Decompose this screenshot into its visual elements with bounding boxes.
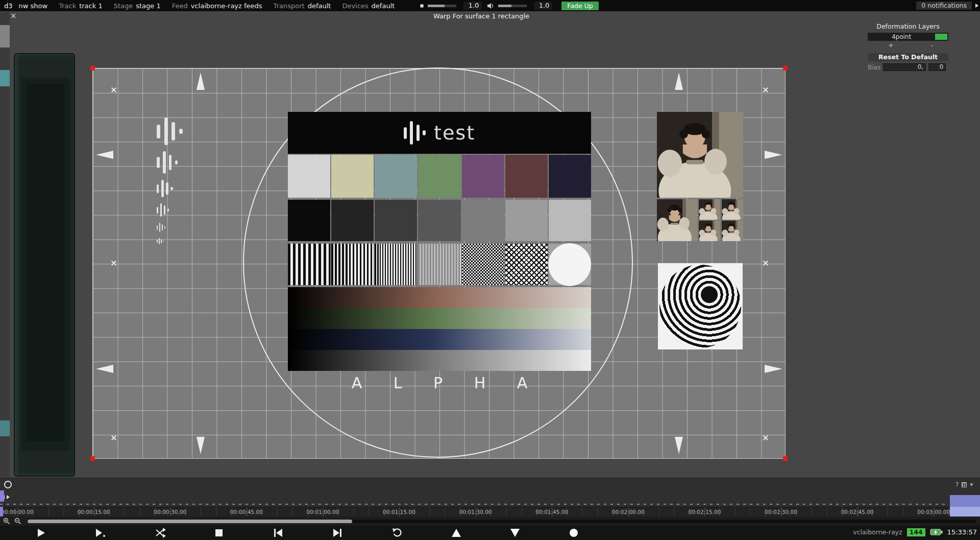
timeline-ruler[interactable]: 00:00:00.0000:00:15.0000:00:30.0000:00:4… [0, 507, 980, 516]
warp-point-cross-icon[interactable] [763, 435, 769, 441]
volume-slider[interactable] [498, 5, 527, 7]
reset-to-default-button[interactable]: Reset To Default [868, 53, 948, 61]
corner-handle-top-left[interactable] [90, 66, 95, 71]
corner-handle-bottom-left[interactable] [90, 456, 95, 461]
volume-value[interactable]: 1.0 [534, 2, 552, 10]
zoom-in-icon[interactable] [3, 518, 10, 525]
menu-transport-value[interactable]: default [308, 2, 331, 10]
menu-stage-value[interactable]: stage 1 [136, 2, 161, 10]
menu-show[interactable]: nw show [19, 2, 48, 10]
gradient-row-0 [288, 287, 591, 308]
gray-swatch-0 [288, 200, 330, 241]
warp-point-cross-icon[interactable] [763, 260, 769, 266]
op-art-torus-image [658, 263, 743, 349]
previous-section-button[interactable] [272, 527, 285, 539]
warp-point-cross-icon[interactable] [763, 87, 769, 93]
portrait-image-large [657, 112, 743, 198]
warp-arrow-left-icon[interactable] [96, 365, 113, 373]
menu-stage-label[interactable]: Stage [114, 2, 133, 10]
pattern-stripes-fine [375, 244, 417, 285]
play-from-cue-button[interactable] [93, 527, 107, 539]
bias-x-field[interactable]: 0, [883, 63, 926, 71]
layer-active-indicator[interactable] [935, 34, 947, 40]
fade-down-transport-button[interactable] [508, 527, 522, 539]
warp-arrow-right-icon[interactable] [765, 151, 782, 159]
layer-row-4point[interactable]: 4point [868, 33, 948, 41]
corner-handle-top-right[interactable] [783, 66, 788, 71]
menu-track-value[interactable]: track 1 [79, 2, 103, 10]
dropdown-arrow-icon[interactable]: ▾ [970, 481, 973, 488]
clock: 15:33:57 [947, 528, 977, 536]
timeline-tick-label: 00:01:45.00 [535, 509, 568, 515]
warp-surface-canvas[interactable]: test A L P H A [92, 68, 786, 459]
close-icon[interactable]: × [10, 11, 17, 20]
background-feed-window[interactable] [14, 53, 75, 477]
timeline-tick-label: 00:00:15.00 [78, 509, 110, 515]
menu-feed-value[interactable]: vclaiborne-rayz feeds [191, 2, 262, 10]
brightness-value[interactable]: 1.0 [463, 2, 482, 10]
zoom-out-icon[interactable] [14, 518, 21, 525]
panel-expand-icon[interactable] [975, 4, 978, 8]
dock-segment-teal-bottom[interactable] [0, 420, 10, 436]
brightness-slider[interactable] [428, 5, 456, 7]
warp-arrow-right-icon[interactable] [765, 365, 782, 373]
app-logo[interactable]: d3 [0, 2, 19, 10]
timeline-scrollbar-thumb[interactable] [28, 520, 352, 523]
notifications-badge[interactable]: 0 notifications [916, 2, 972, 10]
fade-up-button[interactable]: Fade Up [561, 2, 598, 10]
play-button[interactable] [34, 527, 47, 539]
timeline-scrollbar-track[interactable] [27, 520, 976, 523]
menu-devices-value[interactable]: default [372, 2, 395, 10]
deformation-panel-title: Deformation Layers [868, 22, 948, 30]
warp-arrow-down-icon[interactable] [197, 437, 205, 454]
warp-point-cross-icon[interactable] [111, 260, 117, 266]
timeline-tick-label: 00:01:15.00 [383, 509, 415, 515]
menu-feed-label[interactable]: Feed [172, 2, 188, 10]
record-button[interactable] [567, 527, 580, 539]
audio-bars-column [157, 118, 183, 244]
test-logo-bar: test [288, 112, 591, 154]
color-swatch-6 [549, 155, 591, 198]
next-section-button[interactable] [331, 527, 344, 539]
warp-point-cross-icon[interactable] [111, 435, 117, 441]
dock-segment-teal-top[interactable] [0, 70, 10, 86]
warp-point-cross-icon[interactable] [111, 87, 117, 93]
speaker-icon [487, 3, 494, 9]
corner-handle-bottom-right[interactable] [783, 456, 788, 461]
menu-devices-label[interactable]: Devices [342, 2, 368, 10]
fade-up-transport-button[interactable] [450, 527, 463, 539]
keyframe-ring-icon[interactable] [4, 481, 12, 488]
add-layer-button[interactable]: + [888, 42, 894, 49]
menu-items: Tracktrack 1Stagestage 1Feedvclaiborne-r… [59, 2, 406, 10]
timeline-tick-label: 00:02:15.00 [688, 509, 721, 515]
pattern-stripes-coarse [288, 244, 330, 285]
warp-arrow-up-icon[interactable] [675, 73, 683, 90]
deformation-layers-panel: Deformation Layers 4point + - Reset To D… [868, 22, 948, 71]
loop-section-button[interactable] [154, 527, 167, 539]
timeline-tick-label: 00:00:30.00 [154, 509, 186, 515]
pattern-diagonal-hatch [505, 244, 548, 285]
gray-swatch-4 [462, 200, 504, 241]
audio-bars-icon [157, 180, 173, 197]
test-pattern-card: test [288, 112, 591, 371]
layer-grid-icon[interactable] [962, 482, 967, 487]
remove-layer-button[interactable]: - [930, 42, 933, 49]
menu-transport-label[interactable]: Transport [274, 2, 305, 10]
menu-track-label[interactable]: Track [59, 2, 76, 10]
playhead-marker[interactable] [0, 490, 4, 502]
pattern-checkerboard [462, 244, 504, 285]
gray-swatch-5 [505, 200, 548, 241]
playhead-ruler-marker[interactable] [0, 507, 3, 516]
undo-button[interactable] [390, 527, 404, 539]
warp-arrow-down-icon[interactable] [675, 437, 683, 454]
color-swatch-row [288, 155, 591, 198]
collapse-right-icon[interactable] [7, 495, 10, 499]
timeline-tick-label: 00:02:00.00 [612, 509, 645, 515]
timeline-end-block-lower [950, 507, 980, 516]
warp-arrow-left-icon[interactable] [96, 151, 113, 159]
warp-arrow-up-icon[interactable] [197, 73, 205, 90]
stop-button[interactable] [212, 527, 226, 539]
layer-name[interactable]: 4point [868, 33, 935, 40]
dock-segment-gray[interactable] [0, 25, 10, 48]
bias-y-field[interactable]: 0 [928, 63, 946, 71]
